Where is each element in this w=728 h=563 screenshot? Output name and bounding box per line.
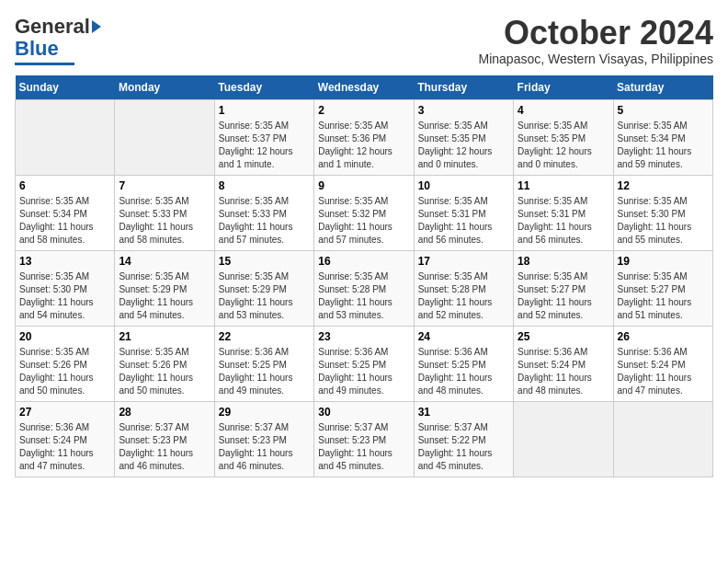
calendar-week-row: 20Sunrise: 5:35 AM Sunset: 5:26 PM Dayli… — [16, 326, 713, 401]
calendar-cell: 31Sunrise: 5:37 AM Sunset: 5:22 PM Dayli… — [414, 401, 513, 477]
calendar-cell: 10Sunrise: 5:35 AM Sunset: 5:31 PM Dayli… — [414, 175, 513, 250]
day-number: 21 — [119, 330, 210, 343]
day-info: Sunrise: 5:35 AM Sunset: 5:32 PM Dayligh… — [318, 195, 409, 247]
day-info: Sunrise: 5:35 AM Sunset: 5:29 PM Dayligh… — [119, 270, 210, 322]
day-info: Sunrise: 5:35 AM Sunset: 5:26 PM Dayligh… — [119, 346, 210, 397]
day-number: 12 — [618, 179, 709, 192]
calendar-cell: 11Sunrise: 5:35 AM Sunset: 5:31 PM Dayli… — [514, 175, 613, 250]
day-number: 22 — [219, 330, 310, 343]
day-info: Sunrise: 5:36 AM Sunset: 5:25 PM Dayligh… — [318, 346, 409, 397]
day-number: 30 — [318, 406, 409, 419]
calendar-cell: 24Sunrise: 5:36 AM Sunset: 5:25 PM Dayli… — [414, 326, 513, 401]
calendar-week-row: 13Sunrise: 5:35 AM Sunset: 5:30 PM Dayli… — [16, 250, 713, 326]
day-info: Sunrise: 5:35 AM Sunset: 5:29 PM Dayligh… — [219, 270, 310, 322]
day-number: 19 — [618, 255, 709, 268]
day-number: 8 — [219, 179, 310, 192]
day-number: 31 — [418, 406, 509, 419]
weekday-header-tuesday: Tuesday — [214, 75, 313, 100]
day-info: Sunrise: 5:37 AM Sunset: 5:23 PM Dayligh… — [119, 421, 210, 473]
calendar-cell: 29Sunrise: 5:37 AM Sunset: 5:23 PM Dayli… — [214, 401, 313, 477]
calendar-cell — [514, 401, 613, 477]
calendar-cell: 14Sunrise: 5:35 AM Sunset: 5:29 PM Dayli… — [115, 250, 214, 326]
day-number: 3 — [418, 104, 509, 117]
logo-arrow-icon — [92, 20, 101, 33]
day-info: Sunrise: 5:35 AM Sunset: 5:36 PM Dayligh… — [318, 120, 409, 171]
day-info: Sunrise: 5:37 AM Sunset: 5:23 PM Dayligh… — [219, 421, 310, 473]
day-info: Sunrise: 5:35 AM Sunset: 5:33 PM Dayligh… — [219, 195, 310, 247]
calendar-cell — [16, 99, 115, 175]
calendar-cell — [613, 401, 712, 477]
day-info: Sunrise: 5:36 AM Sunset: 5:24 PM Dayligh… — [618, 346, 709, 397]
day-number: 15 — [219, 255, 310, 268]
calendar-cell: 26Sunrise: 5:36 AM Sunset: 5:24 PM Dayli… — [613, 326, 712, 401]
day-number: 18 — [518, 255, 609, 268]
calendar-cell: 17Sunrise: 5:35 AM Sunset: 5:28 PM Dayli… — [414, 250, 513, 326]
day-number: 14 — [119, 255, 210, 268]
calendar-cell: 22Sunrise: 5:36 AM Sunset: 5:25 PM Dayli… — [214, 326, 313, 401]
day-number: 28 — [119, 406, 210, 419]
day-info: Sunrise: 5:35 AM Sunset: 5:35 PM Dayligh… — [418, 120, 509, 171]
day-info: Sunrise: 5:35 AM Sunset: 5:31 PM Dayligh… — [418, 195, 509, 247]
day-info: Sunrise: 5:35 AM Sunset: 5:26 PM Dayligh… — [19, 346, 110, 397]
calendar-table: SundayMondayTuesdayWednesdayThursdayFrid… — [15, 75, 713, 477]
day-info: Sunrise: 5:35 AM Sunset: 5:34 PM Dayligh… — [19, 195, 110, 247]
day-info: Sunrise: 5:35 AM Sunset: 5:30 PM Dayligh… — [19, 270, 110, 322]
logo-underline — [15, 63, 74, 65]
calendar-week-row: 1Sunrise: 5:35 AM Sunset: 5:37 PM Daylig… — [16, 99, 713, 175]
calendar-cell: 27Sunrise: 5:36 AM Sunset: 5:24 PM Dayli… — [16, 401, 115, 477]
calendar-cell: 4Sunrise: 5:35 AM Sunset: 5:35 PM Daylig… — [514, 99, 613, 175]
day-number: 2 — [318, 104, 409, 117]
weekday-header-sunday: Sunday — [16, 75, 115, 100]
calendar-cell: 30Sunrise: 5:37 AM Sunset: 5:23 PM Dayli… — [314, 401, 414, 477]
day-number: 27 — [19, 406, 110, 419]
day-number: 13 — [19, 255, 110, 268]
calendar-cell: 21Sunrise: 5:35 AM Sunset: 5:26 PM Dayli… — [115, 326, 214, 401]
day-info: Sunrise: 5:35 AM Sunset: 5:28 PM Dayligh… — [318, 270, 409, 322]
calendar-cell: 15Sunrise: 5:35 AM Sunset: 5:29 PM Dayli… — [214, 250, 313, 326]
logo: General Blue — [15, 15, 101, 65]
logo-text-blue: Blue — [15, 37, 59, 61]
calendar-cell: 25Sunrise: 5:36 AM Sunset: 5:24 PM Dayli… — [514, 326, 613, 401]
calendar-cell: 20Sunrise: 5:35 AM Sunset: 5:26 PM Dayli… — [16, 326, 115, 401]
day-info: Sunrise: 5:35 AM Sunset: 5:28 PM Dayligh… — [418, 270, 509, 322]
day-number: 17 — [418, 255, 509, 268]
weekday-header-saturday: Saturday — [613, 75, 712, 100]
day-number: 26 — [618, 330, 709, 343]
month-title: October 2024 — [479, 15, 714, 52]
calendar-cell: 1Sunrise: 5:35 AM Sunset: 5:37 PM Daylig… — [214, 99, 313, 175]
calendar-cell: 13Sunrise: 5:35 AM Sunset: 5:30 PM Dayli… — [16, 250, 115, 326]
calendar-cell: 3Sunrise: 5:35 AM Sunset: 5:35 PM Daylig… — [414, 99, 513, 175]
weekday-header-monday: Monday — [115, 75, 214, 100]
day-info: Sunrise: 5:36 AM Sunset: 5:24 PM Dayligh… — [518, 346, 609, 397]
weekday-header-thursday: Thursday — [414, 75, 513, 100]
calendar-cell: 16Sunrise: 5:35 AM Sunset: 5:28 PM Dayli… — [314, 250, 414, 326]
day-info: Sunrise: 5:35 AM Sunset: 5:27 PM Dayligh… — [618, 270, 709, 322]
day-number: 4 — [518, 104, 609, 117]
day-number: 10 — [418, 179, 509, 192]
calendar-cell: 2Sunrise: 5:35 AM Sunset: 5:36 PM Daylig… — [314, 99, 414, 175]
weekday-header-friday: Friday — [514, 75, 613, 100]
calendar-cell: 5Sunrise: 5:35 AM Sunset: 5:34 PM Daylig… — [613, 99, 712, 175]
day-info: Sunrise: 5:35 AM Sunset: 5:31 PM Dayligh… — [518, 195, 609, 247]
day-info: Sunrise: 5:35 AM Sunset: 5:33 PM Dayligh… — [119, 195, 210, 247]
day-info: Sunrise: 5:36 AM Sunset: 5:24 PM Dayligh… — [19, 421, 110, 473]
title-area: October 2024 Minapasoc, Western Visayas,… — [479, 15, 714, 66]
day-info: Sunrise: 5:35 AM Sunset: 5:34 PM Dayligh… — [618, 120, 709, 171]
day-info: Sunrise: 5:36 AM Sunset: 5:25 PM Dayligh… — [418, 346, 509, 397]
calendar-cell: 6Sunrise: 5:35 AM Sunset: 5:34 PM Daylig… — [16, 175, 115, 250]
page-header: General Blue October 2024 Minapasoc, Wes… — [15, 15, 713, 66]
day-info: Sunrise: 5:35 AM Sunset: 5:30 PM Dayligh… — [618, 195, 709, 247]
weekday-header-row: SundayMondayTuesdayWednesdayThursdayFrid… — [16, 75, 713, 100]
weekday-header-wednesday: Wednesday — [314, 75, 414, 100]
calendar-cell: 18Sunrise: 5:35 AM Sunset: 5:27 PM Dayli… — [514, 250, 613, 326]
day-number: 29 — [219, 406, 310, 419]
day-info: Sunrise: 5:35 AM Sunset: 5:27 PM Dayligh… — [518, 270, 609, 322]
calendar-cell: 28Sunrise: 5:37 AM Sunset: 5:23 PM Dayli… — [115, 401, 214, 477]
day-info: Sunrise: 5:37 AM Sunset: 5:23 PM Dayligh… — [318, 421, 409, 473]
day-number: 24 — [418, 330, 509, 343]
day-info: Sunrise: 5:35 AM Sunset: 5:35 PM Dayligh… — [518, 120, 609, 171]
calendar-cell: 8Sunrise: 5:35 AM Sunset: 5:33 PM Daylig… — [214, 175, 313, 250]
day-number: 1 — [219, 104, 310, 117]
day-number: 25 — [518, 330, 609, 343]
day-number: 5 — [618, 104, 709, 117]
